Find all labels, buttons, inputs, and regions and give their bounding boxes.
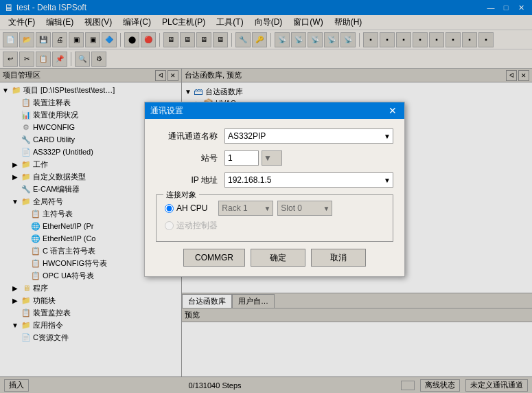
slot-select-wrapper: Slot 0 ▼ xyxy=(277,201,332,216)
confirm-button[interactable]: 确定 xyxy=(251,249,305,267)
slot-select[interactable]: Slot 0 xyxy=(277,201,332,216)
rack-select-wrapper: Rack 1 ▼ xyxy=(218,201,273,216)
ah-cpu-row: AH CPU Rack 1 ▼ Slot 0 xyxy=(165,201,384,216)
dialog-body: 通讯通道名称 AS332PIP ▼ 站号 ▼ xyxy=(145,119,404,276)
dialog-title-label: 通讯设置 xyxy=(150,105,183,117)
ah-cpu-radio[interactable] xyxy=(165,204,174,213)
motion-label: 运动控制器 xyxy=(176,220,218,232)
motion-radio[interactable] xyxy=(165,221,174,230)
ah-cpu-radio-item: AH CPU xyxy=(165,203,207,213)
station-input-group: ▼ xyxy=(224,150,282,166)
connection-group: 连接对象 AH CPU Rack 1 ▼ xyxy=(156,194,393,242)
channel-name-select[interactable]: AS332PIP xyxy=(224,128,393,144)
ip-label: IP 地址 xyxy=(156,175,218,186)
ah-cpu-label: AH CPU xyxy=(176,203,207,213)
cancel-button[interactable]: 取消 xyxy=(311,249,366,267)
channel-name-row: 通讯通道名称 AS332PIP ▼ xyxy=(156,128,393,144)
station-select-wrapper: ▼ xyxy=(262,150,282,166)
ip-select[interactable]: 192.168.1.5 xyxy=(224,172,393,188)
motion-radio-item: 运动控制器 xyxy=(165,220,218,232)
connection-group-title: 连接对象 xyxy=(163,190,199,200)
station-select[interactable]: ▼ xyxy=(262,150,282,166)
ip-row: IP 地址 192.168.1.5 ▼ xyxy=(156,172,393,188)
dialog-title-bar: 通讯设置 ✕ xyxy=(145,102,404,119)
station-label: 站号 xyxy=(156,153,218,164)
dialog-close-button[interactable]: ✕ xyxy=(386,104,399,117)
rack-select[interactable]: Rack 1 xyxy=(218,201,273,216)
dialog-overlay: 通讯设置 ✕ 通讯通道名称 AS332PIP ▼ 站号 xyxy=(0,0,532,393)
ip-select-wrapper: 192.168.1.5 ▼ xyxy=(224,172,393,188)
motion-row: 运动控制器 xyxy=(165,220,384,232)
station-row: 站号 ▼ xyxy=(156,150,393,166)
channel-name-select-wrapper: AS332PIP ▼ xyxy=(224,128,393,144)
station-input[interactable] xyxy=(224,150,259,166)
comms-dialog: 通讯设置 ✕ 通讯通道名称 AS332PIP ▼ 站号 xyxy=(144,102,405,277)
dialog-buttons: COMMGR 确定 取消 xyxy=(156,249,393,267)
commgr-button[interactable]: COMMGR xyxy=(183,249,245,267)
channel-name-label: 通讯通道名称 xyxy=(156,131,218,142)
rack-slot-group: Rack 1 ▼ Slot 0 ▼ xyxy=(218,201,332,216)
